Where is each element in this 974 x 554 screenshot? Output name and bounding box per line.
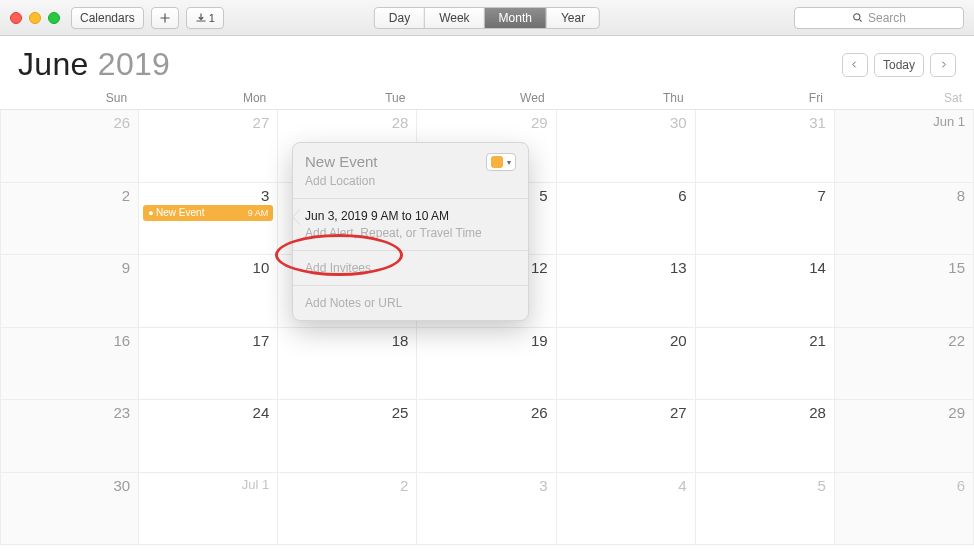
day-cell[interactable]: 4 bbox=[557, 473, 696, 546]
day-number: 2 bbox=[400, 477, 408, 494]
day-cell[interactable]: 26 bbox=[0, 110, 139, 183]
day-cell[interactable]: 22 bbox=[835, 328, 974, 401]
inbox-count: 1 bbox=[209, 12, 215, 24]
chevron-left-icon bbox=[850, 60, 859, 69]
day-cell[interactable]: 30 bbox=[0, 473, 139, 546]
day-number: 5 bbox=[539, 187, 547, 204]
day-cell[interactable]: 29 bbox=[835, 400, 974, 473]
event-pill-time: 9 AM bbox=[248, 208, 269, 218]
day-cell[interactable]: 17 bbox=[139, 328, 278, 401]
dow-label: Thu bbox=[557, 91, 696, 105]
day-cell[interactable]: 27 bbox=[557, 400, 696, 473]
add-alert-button[interactable]: Add Alert, Repeat, or Travel Time bbox=[305, 226, 516, 240]
search-placeholder: Search bbox=[868, 11, 906, 25]
view-month[interactable]: Month bbox=[485, 8, 547, 28]
day-cell[interactable]: 21 bbox=[696, 328, 835, 401]
calendar-picker[interactable]: ▾ bbox=[486, 153, 516, 171]
day-number: 15 bbox=[948, 259, 965, 276]
day-number: 17 bbox=[253, 332, 270, 349]
day-number: 25 bbox=[392, 404, 409, 421]
day-cell[interactable]: 15 bbox=[835, 255, 974, 328]
add-location-input[interactable]: Add Location bbox=[305, 174, 516, 188]
day-cell[interactable]: 25 bbox=[278, 400, 417, 473]
day-cell[interactable]: Jul 1 bbox=[139, 473, 278, 546]
calendar-color-swatch bbox=[491, 156, 503, 168]
day-number: 27 bbox=[670, 404, 687, 421]
plus-icon bbox=[159, 12, 171, 24]
day-cell[interactable]: 13 bbox=[557, 255, 696, 328]
add-notes-button[interactable]: Add Notes or URL bbox=[305, 296, 516, 310]
day-cell[interactable]: 20 bbox=[557, 328, 696, 401]
day-number: 8 bbox=[957, 187, 965, 204]
prev-month-button[interactable] bbox=[842, 53, 868, 77]
day-number: 30 bbox=[113, 477, 130, 494]
day-number: 9 bbox=[122, 259, 130, 276]
view-week[interactable]: Week bbox=[425, 8, 484, 28]
day-cell[interactable]: 8 bbox=[835, 183, 974, 256]
day-number: 26 bbox=[531, 404, 548, 421]
day-cell[interactable]: 18 bbox=[278, 328, 417, 401]
add-invitees-button[interactable]: Add Invitees bbox=[305, 261, 516, 275]
event-title-input[interactable]: New Event bbox=[305, 153, 378, 170]
event-date-time[interactable]: Jun 3, 2019 9 AM to 10 AM bbox=[305, 209, 516, 223]
day-number: 7 bbox=[818, 187, 826, 204]
next-month-button[interactable] bbox=[930, 53, 956, 77]
month-title: June 2019 bbox=[18, 46, 170, 83]
chevron-right-icon bbox=[939, 60, 948, 69]
month-nav: Today bbox=[842, 53, 956, 77]
day-cell[interactable]: 3New Event9 AM bbox=[139, 183, 278, 256]
day-cell[interactable]: 6 bbox=[557, 183, 696, 256]
day-number: 4 bbox=[678, 477, 686, 494]
event-pill[interactable]: New Event9 AM bbox=[143, 205, 273, 221]
day-cell[interactable]: 10 bbox=[139, 255, 278, 328]
close-window-button[interactable] bbox=[10, 12, 22, 24]
event-pill-title: New Event bbox=[148, 207, 204, 218]
day-cell[interactable]: 6 bbox=[835, 473, 974, 546]
day-number: 5 bbox=[818, 477, 826, 494]
day-number: 29 bbox=[948, 404, 965, 421]
day-cell[interactable]: Jun 1 bbox=[835, 110, 974, 183]
day-number: 18 bbox=[392, 332, 409, 349]
inbox-button[interactable]: 1 bbox=[186, 7, 224, 29]
calendar-header: June 2019 Today bbox=[0, 36, 974, 89]
add-event-button[interactable] bbox=[151, 7, 179, 29]
chevron-down-icon: ▾ bbox=[507, 158, 511, 167]
dow-label: Fri bbox=[696, 91, 835, 105]
minimize-window-button[interactable] bbox=[29, 12, 41, 24]
day-number: 23 bbox=[113, 404, 130, 421]
day-cell[interactable]: 5 bbox=[696, 473, 835, 546]
day-cell[interactable]: 3 bbox=[417, 473, 556, 546]
day-cell[interactable]: 2 bbox=[278, 473, 417, 546]
day-cell[interactable]: 24 bbox=[139, 400, 278, 473]
day-cell[interactable]: 14 bbox=[696, 255, 835, 328]
day-number: 13 bbox=[670, 259, 687, 276]
day-number: 20 bbox=[670, 332, 687, 349]
toolbar: Calendars 1 Day Week Month Year Search bbox=[0, 0, 974, 36]
day-cell[interactable]: 9 bbox=[0, 255, 139, 328]
day-cell[interactable]: 7 bbox=[696, 183, 835, 256]
view-day[interactable]: Day bbox=[375, 8, 425, 28]
day-cell[interactable]: 2 bbox=[0, 183, 139, 256]
day-number: 29 bbox=[531, 114, 548, 131]
day-number: 6 bbox=[957, 477, 965, 494]
day-cell[interactable]: 27 bbox=[139, 110, 278, 183]
day-number: 24 bbox=[253, 404, 270, 421]
day-number: 3 bbox=[261, 187, 269, 204]
day-number: 6 bbox=[678, 187, 686, 204]
inbox-icon bbox=[195, 12, 207, 24]
zoom-window-button[interactable] bbox=[48, 12, 60, 24]
calendars-button[interactable]: Calendars bbox=[71, 7, 144, 29]
day-cell[interactable]: 31 bbox=[696, 110, 835, 183]
search-input[interactable]: Search bbox=[794, 7, 964, 29]
day-number: 19 bbox=[531, 332, 548, 349]
day-cell[interactable]: 26 bbox=[417, 400, 556, 473]
day-number: Jun 1 bbox=[933, 114, 965, 129]
day-cell[interactable]: 16 bbox=[0, 328, 139, 401]
day-cell[interactable]: 23 bbox=[0, 400, 139, 473]
dow-label: Wed bbox=[417, 91, 556, 105]
view-year[interactable]: Year bbox=[547, 8, 599, 28]
day-cell[interactable]: 30 bbox=[557, 110, 696, 183]
day-cell[interactable]: 19 bbox=[417, 328, 556, 401]
day-cell[interactable]: 28 bbox=[696, 400, 835, 473]
today-button[interactable]: Today bbox=[874, 53, 924, 77]
